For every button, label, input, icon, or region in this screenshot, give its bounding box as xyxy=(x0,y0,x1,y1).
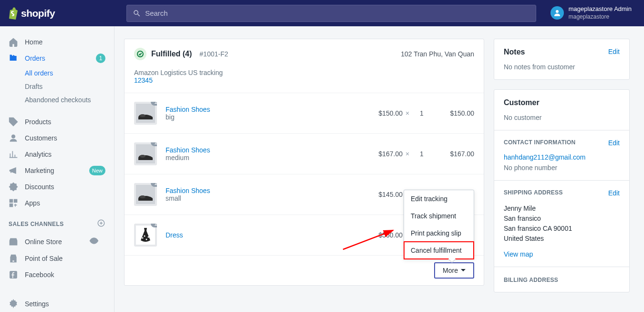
menu-print-packing-slip[interactable]: Print packing slip xyxy=(404,225,474,242)
nav-pos[interactable]: Point of Sale xyxy=(0,250,114,267)
contact-info-title: CONTACT INFORMATION xyxy=(504,139,576,146)
svg-point-1 xyxy=(12,135,15,138)
billing-title: BILLING ADDRESS xyxy=(504,277,558,283)
user-menu[interactable]: mageplazastore Admin mageplazastore xyxy=(551,5,636,21)
svg-point-6 xyxy=(93,240,95,242)
svg-rect-3 xyxy=(14,200,17,203)
variant-label: big xyxy=(166,113,360,121)
more-menu-popover: Edit tracking Track shipment Print packi… xyxy=(404,190,474,259)
more-button[interactable]: More xyxy=(434,262,474,279)
caret-down-icon xyxy=(461,268,466,273)
svg-point-11 xyxy=(140,114,145,117)
ship-name: Jenny Mile xyxy=(504,204,620,214)
nav-customers[interactable]: Customers xyxy=(0,130,114,146)
orders-badge: 1 xyxy=(96,54,105,63)
tracking-link[interactable]: 12345 xyxy=(134,76,474,84)
customer-empty: No customer xyxy=(504,114,620,121)
sales-channels-heading: SALES CHANNELS xyxy=(0,211,114,233)
line-qty: 1 xyxy=(412,150,431,158)
gear-icon xyxy=(9,299,18,309)
view-map-link[interactable]: View map xyxy=(504,250,620,258)
person-icon xyxy=(9,133,18,143)
eye-icon[interactable] xyxy=(89,236,105,247)
apps-icon xyxy=(9,198,18,208)
unit-price: $145.00 xyxy=(360,191,403,198)
new-badge: New xyxy=(89,166,105,175)
menu-cancel-fulfillment[interactable]: Cancel fulfillment xyxy=(404,242,474,259)
fulfillment-location: 102 Tran Phu, Van Quan xyxy=(401,50,474,58)
megaphone-icon xyxy=(9,166,18,175)
svg-point-17 xyxy=(142,237,144,239)
carrier-label: Amazon Logistics US tracking xyxy=(134,69,474,76)
svg-rect-10 xyxy=(136,104,155,123)
nav-apps[interactable]: Apps xyxy=(0,195,114,211)
search-input[interactable]: Search xyxy=(126,5,536,22)
svg-point-20 xyxy=(144,236,145,237)
search-icon xyxy=(133,9,141,18)
nav-discounts[interactable]: Discounts xyxy=(0,179,114,195)
avatar xyxy=(551,6,564,20)
svg-rect-12 xyxy=(136,144,155,163)
add-channel-icon[interactable] xyxy=(97,219,105,229)
ship-country: United States xyxy=(504,234,620,244)
line-item: 1Fashion Shoesmedium$167.00×1$167.00 xyxy=(125,133,484,174)
user-name: mageplazastore Admin xyxy=(569,5,632,13)
shipping-edit[interactable]: Edit xyxy=(608,189,620,197)
search-placeholder: Search xyxy=(145,9,168,17)
nav-products[interactable]: Products xyxy=(0,114,114,130)
shipping-title: SHIPPING ADDRESS xyxy=(504,189,563,196)
nav-online-store[interactable]: Online Store xyxy=(0,233,114,250)
fulfillment-card: Fulfilled (4) #1001-F2 102 Tran Phu, Van… xyxy=(124,39,484,286)
nav-all-orders[interactable]: All orders xyxy=(0,66,114,80)
line-total: $167.00 xyxy=(431,150,474,158)
product-thumb: 1 xyxy=(134,224,157,247)
product-link[interactable]: Fashion Shoes xyxy=(166,146,360,154)
unit-price: $150.00 xyxy=(360,109,403,117)
notes-empty: No notes from customer xyxy=(504,63,620,71)
home-icon xyxy=(9,37,18,47)
nav-marketing[interactable]: Marketing New xyxy=(0,162,114,179)
line-qty: 1 xyxy=(412,109,431,117)
nav-settings[interactable]: Settings xyxy=(0,296,114,312)
sidebar: Home Orders 1 All orders Drafts Abandone… xyxy=(0,26,114,312)
store-icon xyxy=(9,237,18,247)
notes-title: Notes xyxy=(504,48,525,56)
product-link[interactable]: Dress xyxy=(166,231,360,239)
variant-label: medium xyxy=(166,154,360,161)
notes-edit[interactable]: Edit xyxy=(608,48,620,55)
product-link[interactable]: Fashion Shoes xyxy=(166,187,360,194)
menu-edit-tracking[interactable]: Edit tracking xyxy=(404,190,474,207)
times-symbol: × xyxy=(403,150,412,158)
ship-city: San fransico xyxy=(504,214,620,224)
svg-rect-4 xyxy=(10,204,13,207)
customer-email[interactable]: hanhdang2112@gmail.com xyxy=(504,153,620,161)
fulfillment-status: Fulfilled (4) xyxy=(151,50,192,58)
shopify-logo[interactable]: shopify xyxy=(8,7,55,20)
nav-analytics[interactable]: Analytics xyxy=(0,146,114,162)
nav-abandoned[interactable]: Abandoned checkouts xyxy=(0,93,114,107)
product-link[interactable]: Fashion Shoes xyxy=(166,106,360,113)
tag-icon xyxy=(9,117,18,127)
nav-orders[interactable]: Orders 1 xyxy=(0,50,114,66)
nav-facebook[interactable]: Facebook xyxy=(0,267,114,283)
product-thumb: 1 xyxy=(134,142,157,165)
customer-card: Customer No customer CONTACT INFORMATION… xyxy=(494,89,630,292)
store-name: mageplazastore xyxy=(569,13,632,21)
logo-text: shopify xyxy=(21,8,55,19)
nav-home[interactable]: Home xyxy=(0,34,114,50)
variant-label: small xyxy=(166,194,360,202)
menu-track-shipment[interactable]: Track shipment xyxy=(404,207,474,225)
svg-point-13 xyxy=(140,155,145,158)
line-total: $150.00 xyxy=(431,109,474,117)
svg-rect-14 xyxy=(136,185,155,204)
shopify-bag-icon xyxy=(8,7,19,20)
svg-point-0 xyxy=(556,10,559,13)
unit-price: $560.00 xyxy=(360,231,403,239)
product-thumb: 1 xyxy=(134,102,157,125)
nav-drafts[interactable]: Drafts xyxy=(0,80,114,93)
bars-icon xyxy=(9,150,18,159)
product-thumb: 1 xyxy=(134,183,157,206)
orders-icon xyxy=(9,54,18,63)
svg-rect-2 xyxy=(10,200,13,203)
contact-edit[interactable]: Edit xyxy=(608,139,620,147)
